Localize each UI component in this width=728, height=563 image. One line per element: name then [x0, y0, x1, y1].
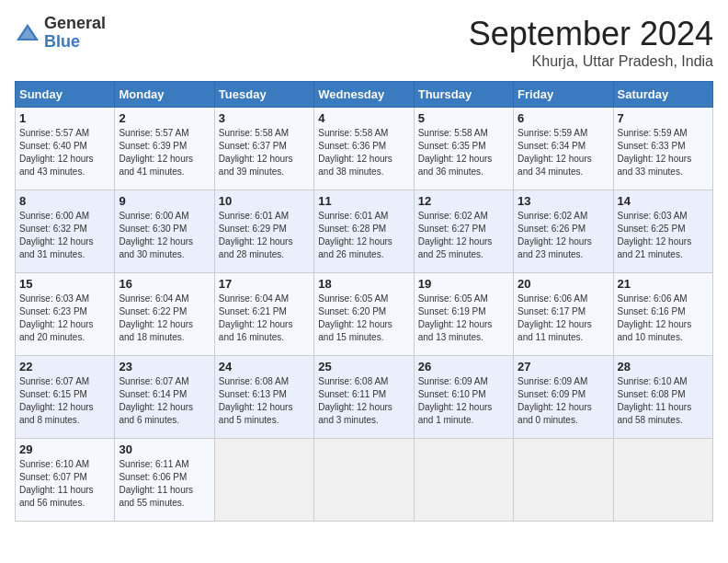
table-row: 14Sunrise: 6:03 AMSunset: 6:25 PMDayligh…: [613, 190, 712, 273]
day-detail: Sunrise: 6:07 AMSunset: 6:15 PMDaylight:…: [19, 376, 94, 425]
table-row: 11Sunrise: 6:01 AMSunset: 6:28 PMDayligh…: [314, 190, 414, 273]
table-row: 9Sunrise: 6:00 AMSunset: 6:30 PMDaylight…: [115, 190, 214, 273]
table-row: 17Sunrise: 6:04 AMSunset: 6:21 PMDayligh…: [214, 273, 313, 356]
table-row: [214, 439, 313, 522]
day-number: 14: [618, 194, 709, 208]
table-row: 13Sunrise: 6:02 AMSunset: 6:26 PMDayligh…: [514, 190, 613, 273]
title-block: September 2024 Khurja, Uttar Pradesh, In…: [469, 15, 713, 70]
col-sunday: Sunday: [16, 82, 115, 108]
day-detail: Sunrise: 6:02 AMSunset: 6:27 PMDaylight:…: [418, 211, 493, 259]
day-detail: Sunrise: 5:57 AMSunset: 6:40 PMDaylight:…: [19, 128, 94, 177]
day-detail: Sunrise: 6:10 AMSunset: 6:08 PMDaylight:…: [618, 376, 692, 425]
day-detail: Sunrise: 6:08 AMSunset: 6:13 PMDaylight:…: [219, 376, 293, 425]
day-number: 6: [518, 111, 609, 125]
day-detail: Sunrise: 6:07 AMSunset: 6:14 PMDaylight:…: [119, 376, 193, 425]
table-row: 20Sunrise: 6:06 AMSunset: 6:17 PMDayligh…: [514, 273, 613, 356]
day-detail: Sunrise: 6:03 AMSunset: 6:25 PMDaylight:…: [618, 211, 692, 259]
day-detail: Sunrise: 6:00 AMSunset: 6:32 PMDaylight:…: [19, 211, 94, 259]
day-detail: Sunrise: 6:01 AMSunset: 6:29 PMDaylight:…: [219, 211, 293, 259]
day-detail: Sunrise: 6:05 AMSunset: 6:19 PMDaylight:…: [418, 293, 493, 342]
day-number: 16: [119, 277, 210, 291]
month-title: September 2024: [469, 15, 713, 53]
table-row: [514, 439, 613, 522]
day-number: 4: [318, 111, 409, 125]
table-row: 19Sunrise: 6:05 AMSunset: 6:19 PMDayligh…: [414, 273, 513, 356]
logo-text: General Blue: [44, 15, 106, 52]
day-detail: Sunrise: 6:01 AMSunset: 6:28 PMDaylight:…: [318, 211, 392, 259]
day-number: 28: [618, 360, 709, 373]
day-number: 23: [119, 360, 210, 373]
table-row: 27Sunrise: 6:09 AMSunset: 6:09 PMDayligh…: [514, 356, 613, 439]
col-thursday: Thursday: [414, 82, 513, 108]
table-row: 2Sunrise: 5:57 AMSunset: 6:39 PMDaylight…: [115, 108, 214, 190]
calendar-row: 22Sunrise: 6:07 AMSunset: 6:15 PMDayligh…: [16, 356, 713, 439]
day-detail: Sunrise: 6:00 AMSunset: 6:30 PMDaylight:…: [119, 211, 193, 259]
col-wednesday: Wednesday: [314, 82, 414, 108]
location: Khurja, Uttar Pradesh, India: [469, 53, 713, 70]
table-row: 28Sunrise: 6:10 AMSunset: 6:08 PMDayligh…: [613, 356, 712, 439]
day-detail: Sunrise: 6:05 AMSunset: 6:20 PMDaylight:…: [318, 293, 392, 342]
table-row: [314, 439, 414, 522]
logo-general: General: [44, 15, 106, 33]
logo-blue: Blue: [44, 33, 106, 52]
table-row: 6Sunrise: 5:59 AMSunset: 6:34 PMDaylight…: [514, 108, 613, 190]
day-detail: Sunrise: 5:59 AMSunset: 6:33 PMDaylight:…: [618, 128, 692, 177]
day-number: 8: [19, 194, 110, 208]
table-row: 7Sunrise: 5:59 AMSunset: 6:33 PMDaylight…: [613, 108, 712, 190]
day-number: 26: [418, 360, 509, 373]
table-row: 22Sunrise: 6:07 AMSunset: 6:15 PMDayligh…: [16, 356, 115, 439]
day-number: 22: [19, 360, 110, 373]
table-row: 3Sunrise: 5:58 AMSunset: 6:37 PMDaylight…: [214, 108, 313, 190]
day-number: 30: [119, 442, 210, 456]
table-row: 23Sunrise: 6:07 AMSunset: 6:14 PMDayligh…: [115, 356, 214, 439]
table-row: [613, 439, 712, 522]
table-row: 25Sunrise: 6:08 AMSunset: 6:11 PMDayligh…: [314, 356, 414, 439]
table-row: 16Sunrise: 6:04 AMSunset: 6:22 PMDayligh…: [115, 273, 214, 356]
day-number: 25: [318, 360, 409, 373]
table-row: [414, 439, 513, 522]
day-detail: Sunrise: 5:59 AMSunset: 6:34 PMDaylight:…: [518, 128, 592, 177]
day-detail: Sunrise: 6:04 AMSunset: 6:22 PMDaylight:…: [119, 293, 193, 342]
table-row: 26Sunrise: 6:09 AMSunset: 6:10 PMDayligh…: [414, 356, 513, 439]
day-detail: Sunrise: 6:08 AMSunset: 6:11 PMDaylight:…: [318, 376, 392, 425]
table-row: 21Sunrise: 6:06 AMSunset: 6:16 PMDayligh…: [613, 273, 712, 356]
table-row: 24Sunrise: 6:08 AMSunset: 6:13 PMDayligh…: [214, 356, 313, 439]
page-header: General Blue September 2024 Khurja, Utta…: [15, 15, 713, 70]
day-number: 10: [219, 194, 310, 208]
table-row: 30Sunrise: 6:11 AMSunset: 6:06 PMDayligh…: [115, 439, 214, 522]
calendar-row: 29Sunrise: 6:10 AMSunset: 6:07 PMDayligh…: [16, 439, 713, 522]
calendar-row: 15Sunrise: 6:03 AMSunset: 6:23 PMDayligh…: [16, 273, 713, 356]
col-monday: Monday: [115, 82, 214, 108]
table-row: 5Sunrise: 5:58 AMSunset: 6:35 PMDaylight…: [414, 108, 513, 190]
day-number: 18: [318, 277, 409, 291]
col-tuesday: Tuesday: [214, 82, 313, 108]
day-detail: Sunrise: 5:57 AMSunset: 6:39 PMDaylight:…: [119, 128, 193, 177]
day-number: 29: [19, 442, 110, 456]
day-number: 3: [219, 111, 310, 125]
day-number: 13: [518, 194, 609, 208]
day-number: 12: [418, 194, 509, 208]
day-detail: Sunrise: 6:11 AMSunset: 6:06 PMDaylight:…: [119, 459, 193, 508]
day-detail: Sunrise: 6:02 AMSunset: 6:26 PMDaylight:…: [518, 211, 592, 259]
logo: General Blue: [15, 15, 106, 52]
table-row: 1Sunrise: 5:57 AMSunset: 6:40 PMDaylight…: [16, 108, 115, 190]
day-number: 2: [119, 111, 210, 125]
table-row: 8Sunrise: 6:00 AMSunset: 6:32 PMDaylight…: [16, 190, 115, 273]
day-number: 24: [219, 360, 310, 373]
table-row: 10Sunrise: 6:01 AMSunset: 6:29 PMDayligh…: [214, 190, 313, 273]
day-number: 7: [618, 111, 709, 125]
header-row: Sunday Monday Tuesday Wednesday Thursday…: [16, 82, 713, 108]
table-row: 4Sunrise: 5:58 AMSunset: 6:36 PMDaylight…: [314, 108, 414, 190]
day-detail: Sunrise: 6:06 AMSunset: 6:16 PMDaylight:…: [618, 293, 692, 342]
day-number: 27: [518, 360, 609, 373]
day-detail: Sunrise: 5:58 AMSunset: 6:36 PMDaylight:…: [318, 128, 392, 177]
day-detail: Sunrise: 6:09 AMSunset: 6:10 PMDaylight:…: [418, 376, 493, 425]
day-number: 1: [19, 111, 110, 125]
day-number: 21: [618, 277, 709, 291]
table-row: 12Sunrise: 6:02 AMSunset: 6:27 PMDayligh…: [414, 190, 513, 273]
day-number: 20: [518, 277, 609, 291]
day-number: 19: [418, 277, 509, 291]
calendar-row: 1Sunrise: 5:57 AMSunset: 6:40 PMDaylight…: [16, 108, 713, 190]
day-number: 17: [219, 277, 310, 291]
logo-icon: [15, 20, 40, 46]
